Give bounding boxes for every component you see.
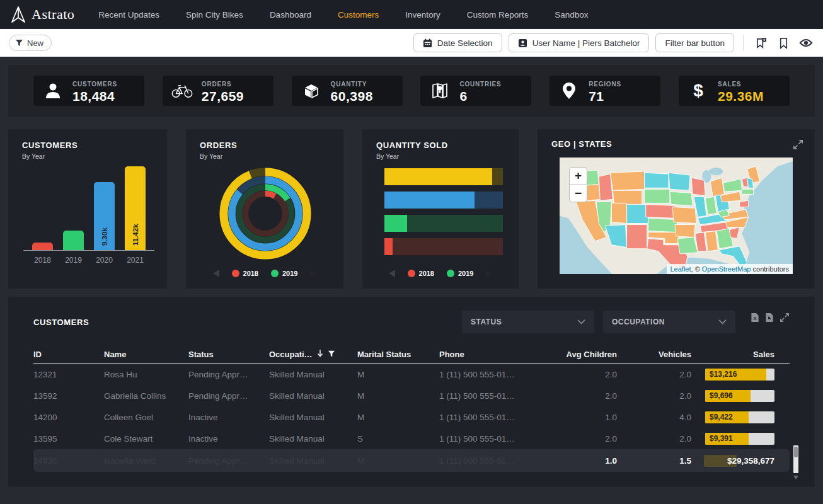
expand-table-button[interactable] [780, 312, 790, 323]
export-file-button[interactable] [765, 312, 774, 323]
legend-prev-arrow-icon[interactable] [389, 270, 395, 277]
legend-dot-icon [447, 270, 454, 277]
bar-2020[interactable]: 9.30k [94, 182, 115, 250]
table-scrollbar[interactable] [793, 445, 798, 473]
sales-bar-cell: $9,391 [691, 433, 786, 445]
legend-prev-arrow-icon[interactable] [213, 270, 219, 277]
zoom-in-button[interactable]: + [570, 168, 587, 185]
cell-occupation: Skilled Manual [269, 391, 357, 401]
column-header-id[interactable]: ID [33, 350, 104, 359]
nav-item-recent-updates[interactable]: Recent Updates [98, 10, 159, 20]
hbar-fill-2020 [384, 192, 475, 209]
column-header-status[interactable]: Status [188, 350, 269, 359]
column-filter-icon[interactable] [328, 350, 335, 359]
bar-2018[interactable] [32, 243, 53, 250]
column-header-avg_children[interactable]: Avg Children [546, 350, 617, 359]
legend-item-2019[interactable]: 2019 [447, 270, 473, 277]
nav-item-customers[interactable]: Customers [338, 10, 379, 20]
x-axis-label: 2018 [32, 256, 53, 265]
leaflet-map[interactable]: + − Leaflet, © OpenStreetMap contributor… [560, 158, 793, 274]
new-filter-button[interactable]: New [9, 35, 52, 51]
customers-bar-chart[interactable]: 9.30k11.42k 2018201920202021 [23, 166, 154, 265]
column-header-phone[interactable]: Phone [439, 350, 546, 359]
legend-next-arrow-icon[interactable] [486, 270, 492, 277]
legend-item-2018[interactable]: 2018 [232, 270, 258, 277]
brand[interactable]: Astrato [10, 6, 74, 23]
hbar-2021[interactable] [384, 168, 503, 185]
status-filter-dropdown[interactable]: STATUS [462, 311, 594, 333]
column-header-occupation[interactable]: Occupati… [269, 350, 357, 359]
column-header-vehicles[interactable]: Vehicles [617, 350, 691, 359]
x-axis-label: 2020 [94, 256, 115, 265]
nav-item-inventory[interactable]: Inventory [405, 10, 440, 20]
hbar-fill-2019 [384, 215, 407, 232]
leaflet-link[interactable]: Leaflet [670, 265, 691, 273]
hbar-2020[interactable] [384, 192, 503, 209]
sales-bar-track: $9,391 [705, 433, 774, 445]
nav-item-dashboard[interactable]: Dashboard [270, 10, 311, 20]
chart-legend: 20182019 [186, 270, 343, 277]
legend-label: 2018 [243, 270, 258, 277]
column-header-marital[interactable]: Marital Status [357, 350, 439, 359]
table-row[interactable]: 14200Colleen GoelInactiveSkilled ManualM… [33, 406, 790, 428]
cell-marital: M [357, 413, 439, 422]
date-selection-button[interactable]: Date Selection [413, 33, 502, 52]
expand-icon[interactable] [793, 139, 803, 150]
sales-value: $13,216 [705, 370, 737, 379]
nav-item-sandbox[interactable]: Sandbox [555, 10, 588, 20]
kpi-regions[interactable]: REGIONS 71 [550, 76, 660, 106]
bookmarks-button[interactable] [775, 35, 791, 51]
orders-donut-chart[interactable] [200, 164, 331, 263]
column-header-name[interactable]: Name [104, 350, 188, 359]
kpi-sales[interactable]: $ SALES 29.36M [679, 76, 790, 106]
openstreetmap-link[interactable]: OpenStreetMap [702, 265, 751, 273]
kpi-quantity[interactable]: QUANTITY 60,398 [292, 76, 403, 106]
chevron-down-icon [718, 319, 727, 324]
quantity-hbar-panel: QUANTITY SOLD By Year 20182019 [362, 129, 519, 289]
column-header-sales[interactable]: Sales [691, 350, 786, 359]
kpi-band: CUSTOMERS 18,484 ORDERS 27,659 QUANTITY … [8, 65, 815, 117]
legend-item-2019[interactable]: 2019 [271, 270, 297, 277]
sort-desc-icon[interactable] [317, 350, 323, 359]
legend-label: 2019 [282, 270, 297, 277]
column-header-label: Status [188, 350, 214, 359]
file-export-icon [765, 312, 774, 323]
hbar-2018[interactable] [384, 238, 503, 255]
bar-2019[interactable] [63, 231, 84, 250]
table-row[interactable]: 13595Cole StewartInactiveSkilled ManualS… [33, 428, 790, 449]
export-excel-button[interactable]: X [751, 312, 759, 323]
legend-next-arrow-icon[interactable] [310, 270, 316, 277]
calendar-icon [423, 38, 432, 48]
cell-phone: 1 (11) 500 555-01… [439, 370, 546, 379]
geo-title: GEO | STATES [551, 139, 612, 149]
file-excel-icon: X [751, 312, 759, 323]
table-row[interactable]: 12321Rosa HuPending Appr…Skilled ManualM… [33, 364, 790, 385]
chart-title: QUANTITY SOLD [376, 140, 506, 150]
cell-vehicles: 2.0 [617, 391, 691, 401]
scrollbar-thumb[interactable] [794, 447, 798, 457]
scroll-down-arrow[interactable] [793, 476, 798, 479]
donut-rings [216, 164, 315, 263]
customers-bar-chart-panel: CUSTOMERS By Year 9.30k11.42k 2018201920… [8, 129, 167, 289]
bookmark-icon [778, 37, 789, 49]
kpi-customers[interactable]: CUSTOMERS 18,484 [33, 76, 144, 106]
hbar-2019[interactable] [384, 215, 503, 232]
filter-bar-button[interactable]: Filter bar button [655, 33, 734, 52]
table-row[interactable]: 13592Gabriella CollinsPending Appr…Skill… [33, 385, 790, 406]
view-mode-button[interactable] [798, 35, 814, 51]
nav-item-spin-city-bikes[interactable]: Spin City Bikes [186, 10, 243, 20]
kpi-countries[interactable]: COUNTRIES 6 [420, 76, 531, 106]
cell-occupation: Skilled Manual [269, 413, 357, 422]
user-name-button[interactable]: User Name | Piers Batchelor [509, 33, 650, 52]
nav-item-custom-reports[interactable]: Custom Reports [467, 10, 529, 20]
new-filter-label: New [27, 38, 43, 48]
add-bookmark-button[interactable] [752, 35, 769, 51]
filter-bar-label: Filter bar button [665, 38, 725, 48]
kpi-orders[interactable]: ORDERS 27,659 [163, 76, 273, 106]
cell-name: Gabriella Collins [104, 391, 188, 401]
quantity-hbar-chart[interactable] [384, 168, 503, 255]
occupation-filter-dropdown[interactable]: OCCUPATION [603, 311, 735, 333]
legend-item-2018[interactable]: 2018 [408, 270, 434, 277]
zoom-out-button[interactable]: − [570, 185, 587, 202]
bar-2021[interactable]: 11.42k [125, 166, 146, 250]
